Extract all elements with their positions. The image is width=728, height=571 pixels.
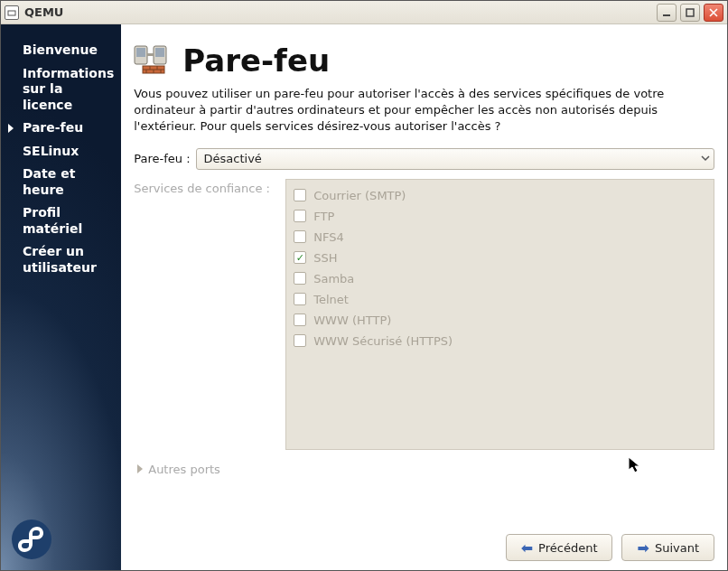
service-smtp: Courrier (SMTP) [294, 185, 706, 206]
sidebar-item-selinux[interactable]: SELinux [1, 140, 121, 164]
service-ftp-checkbox[interactable] [294, 210, 306, 222]
heading-row: Pare-feu [134, 42, 714, 79]
service-https-checkbox[interactable] [294, 334, 306, 347]
content-pane: Pare-feu Vous pouvez utiliser un pare-fe… [121, 24, 727, 570]
other-ports-expander[interactable]: Autres ports [134, 450, 714, 483]
titlebar: QEMU [1, 1, 727, 24]
service-label: Telnet [313, 293, 349, 306]
fedora-logo-icon [10, 518, 53, 561]
wizard-footer: ⬅ Précédent ➡ Suivant [134, 527, 714, 561]
svg-rect-0 [8, 11, 15, 15]
service-telnet-checkbox[interactable] [294, 293, 306, 305]
firewall-dropdown-label: Pare-feu : [134, 152, 190, 165]
service-label: SSH [313, 251, 337, 265]
minimize-button[interactable] [657, 4, 677, 22]
service-samba: Samba [294, 268, 706, 289]
svg-rect-5 [136, 48, 145, 57]
maximize-button[interactable] [680, 4, 700, 22]
service-samba-checkbox[interactable] [294, 272, 306, 285]
arrow-right-icon: ➡ [637, 539, 649, 557]
service-label: Courrier (SMTP) [313, 189, 406, 202]
service-ssh-checkbox[interactable] [294, 251, 306, 264]
service-smtp-checkbox[interactable] [294, 189, 306, 201]
svg-rect-2 [686, 9, 694, 16]
sidebar: Bienvenue Informations sur la licence Pa… [1, 24, 121, 570]
service-label: Samba [313, 272, 354, 286]
service-label: NFS4 [313, 230, 344, 244]
service-label: FTP [313, 210, 334, 223]
service-label: WWW Sécurisé (HTTPS) [313, 334, 453, 348]
expand-triangle-icon [137, 464, 143, 473]
trusted-services-row: Services de confiance : Courrier (SMTP) … [134, 179, 714, 450]
sidebar-item-dateheure[interactable]: Date et heure [1, 163, 121, 201]
trusted-services-list: Courrier (SMTP) FTP NFS4 SSH Samba Telne… [285, 179, 714, 450]
next-button-label: Suivant [655, 541, 699, 555]
service-https: WWW Sécurisé (HTTPS) [294, 331, 706, 351]
next-button[interactable]: ➡ Suivant [621, 534, 714, 561]
system-menu-icon[interactable] [5, 5, 19, 20]
service-telnet: Telnet [294, 289, 706, 310]
service-http-checkbox[interactable] [294, 314, 306, 326]
service-nfs4-checkbox[interactable] [294, 230, 306, 243]
previous-button[interactable]: ⬅ Précédent [506, 534, 613, 561]
page-title: Pare-feu [182, 42, 330, 79]
firewall-dropdown-value: Désactivé [204, 152, 262, 165]
service-ftp: FTP [294, 206, 706, 227]
close-button[interactable] [704, 4, 723, 22]
service-label: WWW (HTTP) [313, 314, 391, 327]
page-description: Vous pouvez utiliser un pare-feu pour au… [134, 86, 714, 136]
service-nfs4: NFS4 [294, 227, 706, 248]
sidebar-item-parefeu[interactable]: Pare-feu [1, 117, 121, 140]
arrow-left-icon: ⬅ [521, 539, 533, 557]
svg-rect-1 [663, 14, 670, 16]
chevron-down-icon [701, 152, 710, 165]
sidebar-item-licence[interactable]: Informations sur la licence [1, 62, 121, 117]
sidebar-item-creerutilisateur[interactable]: Créer un utilisateur [1, 240, 121, 279]
app-window: QEMU Bienvenue Informations sur la licen… [0, 0, 728, 571]
service-http: WWW (HTTP) [294, 310, 706, 331]
window-title: QEMU [24, 5, 63, 19]
trusted-services-label: Services de confiance : [134, 179, 278, 450]
firewall-icon [134, 44, 173, 77]
sidebar-item-bienvenue[interactable]: Bienvenue [1, 39, 121, 62]
svg-rect-7 [155, 48, 164, 57]
sidebar-item-profilmateriel[interactable]: Profil matériel [1, 201, 121, 240]
window-body: Bienvenue Informations sur la licence Pa… [1, 24, 727, 570]
firewall-dropdown[interactable]: Désactivé [196, 148, 714, 170]
service-ssh: SSH [294, 248, 706, 268]
other-ports-label: Autres ports [148, 463, 220, 476]
svg-rect-8 [147, 53, 154, 56]
previous-button-label: Précédent [538, 541, 597, 555]
firewall-dropdown-row: Pare-feu : Désactivé [134, 148, 714, 170]
